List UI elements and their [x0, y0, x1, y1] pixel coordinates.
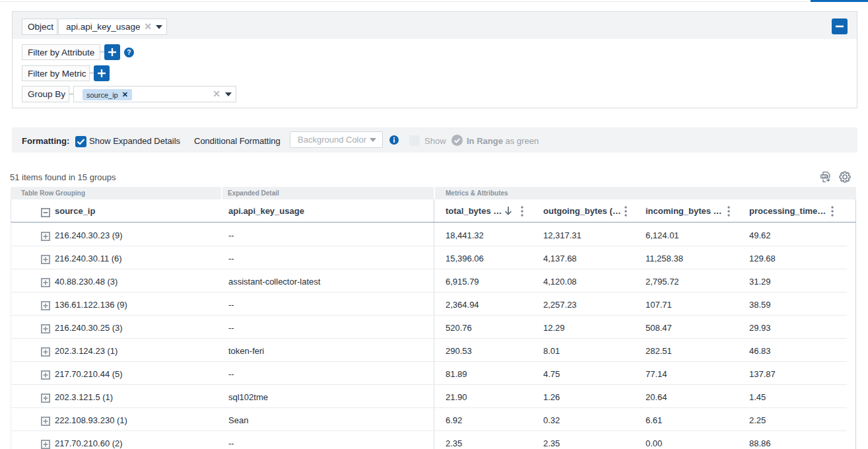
- svg-text:CSV: CSV: [822, 175, 829, 179]
- svg-text:?: ?: [127, 49, 131, 56]
